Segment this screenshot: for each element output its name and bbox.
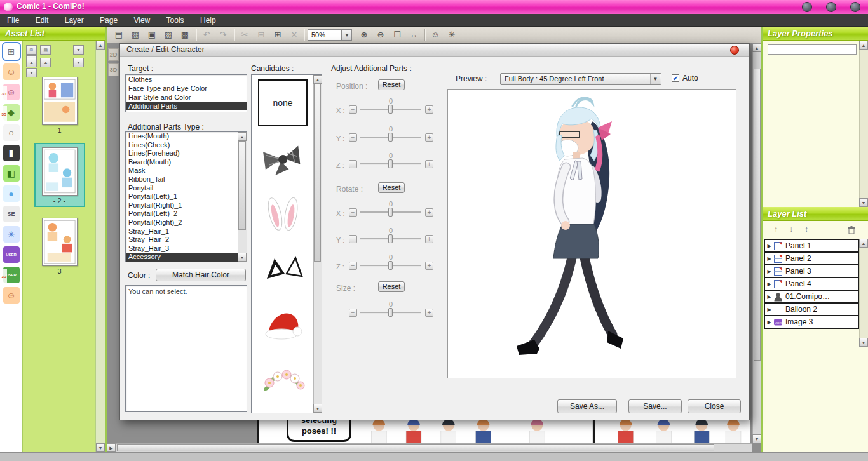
parts-option-stray-hair-1[interactable]: Stray_Hair_1	[126, 227, 247, 236]
document-horizontal-scrollbar[interactable]: ◀ ▶	[107, 443, 752, 452]
asset-category-character-3d[interactable]: ☺3D	[3, 84, 20, 100]
new-page-icon[interactable]: ▤	[112, 28, 126, 42]
expander-icon[interactable]: ▶	[765, 307, 773, 312]
position-x-slider[interactable]	[360, 109, 421, 110]
cut-icon[interactable]: ✂	[238, 28, 252, 42]
scroll-up-button[interactable]: ▲	[96, 41, 105, 50]
parts-option-stray-hair-2[interactable]: Stray_Hair_2	[126, 236, 247, 244]
scroll-up-button[interactable]: ▲	[752, 43, 761, 52]
save-button[interactable]: Save...	[628, 399, 682, 413]
size-minus-button[interactable]: −	[349, 309, 357, 317]
chevron-down-icon[interactable]: ▼	[650, 74, 660, 84]
parts-option-ponytail-right-1[interactable]: Ponytail(Right)_1	[126, 201, 247, 210]
parts-option-stray-hair-3[interactable]: Stray_Hair_3	[126, 244, 247, 253]
size-plus-button[interactable]: +	[425, 309, 433, 317]
redo-icon[interactable]: ↷	[216, 28, 230, 42]
save-as-icon[interactable]: ▨	[161, 28, 175, 42]
fit-width-icon[interactable]: ↔	[407, 28, 421, 42]
position-y-plus-button[interactable]: +	[425, 133, 433, 142]
candidate-item-rabbit-ears[interactable]	[252, 187, 314, 243]
open-icon[interactable]: ▧	[128, 28, 142, 42]
slider-thumb[interactable]	[388, 105, 393, 114]
asset-category-effect-drop[interactable]: ●	[3, 185, 20, 202]
parts-option-ponytail-left-1[interactable]: Ponytail(Left)_1	[126, 192, 247, 201]
layer-row-panel-3[interactable]: ▶ Panel 3	[764, 264, 859, 278]
scroll-down-button[interactable]: ▼	[238, 253, 247, 262]
position-z-minus-button[interactable]: −	[349, 160, 357, 168]
parts-option-accessory[interactable]: Accessory	[126, 253, 247, 262]
move-layer-up-icon[interactable]: ↑	[770, 224, 782, 235]
mode-2d-button[interactable]: 2D	[108, 48, 119, 61]
scroll-down-button[interactable]: ▼	[313, 404, 322, 413]
candidates-scrollbar[interactable]: ▲ ▼	[313, 75, 322, 413]
layer-list-scrollbar[interactable]: ▲ ▼	[859, 239, 868, 347]
page-thumbnail-1[interactable]: - 1 -	[36, 74, 84, 135]
parts-option-lines-mouth[interactable]: Lines(Mouth)	[126, 132, 247, 141]
asset-category-panel-templates[interactable]: ⊞	[3, 43, 20, 60]
save-icon[interactable]: ▣	[145, 28, 159, 42]
close-button[interactable]	[850, 2, 860, 12]
menu-file[interactable]: File	[0, 14, 26, 27]
rotate-z-plus-button[interactable]: +	[425, 262, 433, 270]
fit-page-icon[interactable]: ☐	[390, 28, 404, 42]
maximize-button[interactable]	[826, 2, 836, 12]
rotate-y-plus-button[interactable]: +	[425, 235, 433, 243]
dialog-title-bar[interactable]: Create / Edit Character	[120, 44, 749, 57]
zoom-dropdown-arrow[interactable]: ▼	[342, 29, 352, 41]
layer-row-character[interactable]: ▶ 01.Comipo…	[764, 290, 859, 304]
rotate-reset-button[interactable]: Reset	[378, 182, 405, 193]
position-z-plus-button[interactable]: +	[425, 160, 433, 168]
parts-option-mask[interactable]: Mask	[126, 166, 247, 175]
delete-layer-icon[interactable]	[846, 225, 857, 235]
scroll-right-button[interactable]: ▶	[107, 443, 116, 452]
rotate-y-slider[interactable]	[360, 238, 421, 240]
scroll-up-button[interactable]: ▲	[238, 132, 247, 141]
zoom-out-icon[interactable]: ⊖	[374, 28, 388, 42]
menu-help[interactable]: Help	[193, 14, 223, 27]
move-page-up-button-b[interactable]: ▲	[40, 58, 51, 67]
slider-thumb[interactable]	[388, 234, 393, 243]
rotate-x-minus-button[interactable]: −	[349, 208, 357, 217]
asset-category-text[interactable]: ▮	[3, 145, 20, 161]
asset-category-item-box[interactable]: ◧	[3, 165, 20, 182]
parts-option-ponytail-left-2[interactable]: Ponytail(Left)_2	[126, 210, 247, 218]
add-page-button[interactable]: ⊞	[26, 45, 37, 55]
mode-3d-button[interactable]: 3D	[108, 63, 119, 76]
target-option-additional-parts[interactable]: Additional Parts	[126, 102, 247, 110]
hscroll-thumb[interactable]	[117, 444, 714, 451]
effect-tool-icon[interactable]: ✳	[445, 28, 459, 42]
scroll-down-button[interactable]: ▼	[859, 338, 868, 347]
preview-view-dropdown[interactable]: Full Body : 45 Degree Left Front ▼	[500, 73, 661, 85]
rotate-y-minus-button[interactable]: −	[349, 235, 357, 243]
candidate-item-none[interactable]: none	[252, 75, 314, 131]
expander-icon[interactable]: ▶	[765, 269, 773, 274]
rotate-z-minus-button[interactable]: −	[349, 262, 357, 270]
scroll-down-button[interactable]: ▼	[752, 434, 761, 443]
candidate-item-santa-hat[interactable]	[252, 298, 314, 354]
layer-row-balloon[interactable]: ▶ Balloon 2	[764, 302, 859, 316]
print-icon[interactable]: ▩	[178, 28, 192, 42]
scroll-thumb[interactable]	[314, 84, 321, 262]
auto-checkbox[interactable]: ✔	[672, 74, 679, 82]
candidate-item-cat-ears[interactable]	[252, 243, 314, 298]
candidate-item-flower-wreath[interactable]	[252, 354, 314, 410]
vscroll-thumb[interactable]	[754, 69, 761, 361]
scroll-down-button[interactable]: ▼	[96, 443, 105, 452]
move-page-up-button-a[interactable]: ▲	[26, 58, 37, 67]
parts-option-lines-cheek[interactable]: Lines(Cheek)	[126, 141, 247, 150]
asset-category-user-3d[interactable]: USER3D	[3, 267, 20, 283]
asset-category-item-3d[interactable]: ◆3D	[3, 104, 20, 121]
expander-icon[interactable]: ▶	[765, 243, 773, 249]
slider-thumb[interactable]	[388, 208, 393, 217]
page-thumbnail-3[interactable]: - 3 -	[36, 215, 84, 276]
character-tool-icon[interactable]: ☺	[428, 28, 442, 42]
layer-row-panel-4[interactable]: ▶ Panel 4	[764, 277, 859, 291]
parts-option-ponytail[interactable]: Ponytail	[126, 184, 247, 193]
scroll-thumb[interactable]	[238, 141, 246, 230]
position-x-minus-button[interactable]: −	[349, 105, 357, 114]
scroll-up-button[interactable]: ▲	[313, 75, 322, 84]
expander-icon[interactable]: ▶	[765, 294, 773, 300]
save-as-button[interactable]: Save As...	[557, 399, 617, 413]
minimize-button[interactable]	[802, 2, 812, 12]
copy-icon[interactable]: ⊟	[254, 28, 268, 42]
